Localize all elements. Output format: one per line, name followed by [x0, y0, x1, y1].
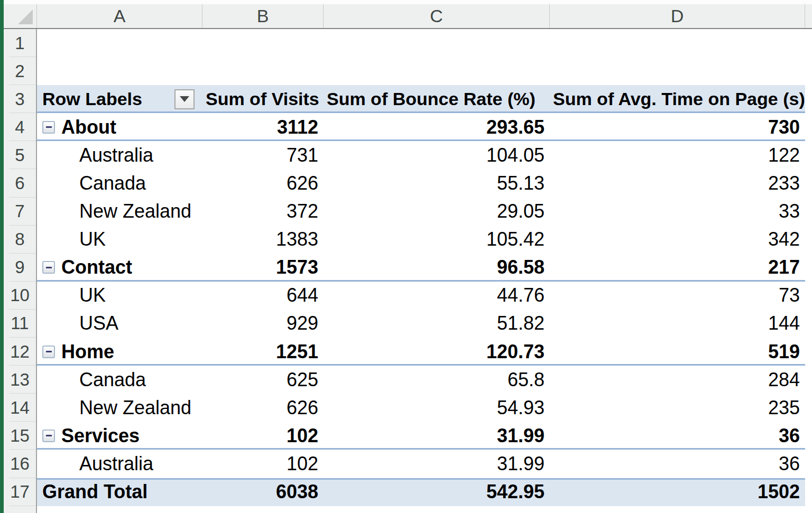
pivot-table-row: Canada 625 65.8 284 [37, 366, 805, 394]
column-header-B[interactable]: B [202, 4, 324, 28]
visits-value-cell[interactable]: 1383 [202, 226, 324, 254]
pivot-header-row: Row Labels Sum of Visits Sum of Bounce R… [37, 85, 805, 113]
row-label-cell[interactable]: Services [37, 422, 202, 450]
row-number[interactable]: 12 [4, 338, 36, 366]
window-edge-green-strip [0, 0, 4, 513]
avg-time-value-cell[interactable]: 36 [550, 422, 805, 450]
avg-time-value-cell[interactable]: 73 [550, 282, 805, 310]
row-number[interactable]: 5 [4, 141, 36, 169]
visits-value-cell[interactable]: 625 [202, 366, 324, 394]
bounce-rate-value-cell[interactable]: 542.95 [324, 478, 550, 506]
visits-value-cell[interactable]: 929 [202, 310, 324, 338]
bounce-rate-value-cell[interactable]: 104.05 [324, 141, 550, 169]
minus-collapse-icon [46, 267, 52, 268]
bounce-rate-value-cell[interactable]: 31.99 [324, 450, 550, 478]
visits-value-cell[interactable]: 731 [202, 141, 324, 169]
sheet-grid: Row Labels Sum of Visits Sum of Bounce R… [37, 29, 812, 513]
bounce-rate-value-cell[interactable]: 120.73 [324, 338, 550, 366]
select-all-corner[interactable] [4, 4, 37, 28]
collapse-expand-button[interactable] [42, 346, 55, 358]
avg-time-value-cell[interactable]: 730 [550, 113, 805, 141]
row-number[interactable]: 7 [4, 198, 36, 226]
visits-value-cell[interactable]: 626 [202, 169, 324, 197]
row-label-cell[interactable]: Canada [37, 169, 202, 197]
bounce-rate-value-cell[interactable]: 29.05 [324, 198, 550, 226]
bounce-rate-value-cell[interactable]: 55.13 [324, 169, 550, 197]
row-number[interactable]: 11 [4, 310, 36, 338]
pivot-table-row: New Zealand 372 29.05 33 [37, 198, 805, 226]
row-label-cell[interactable]: New Zealand [37, 198, 202, 226]
collapse-expand-button[interactable] [42, 261, 55, 274]
row-label-cell[interactable]: Australia [37, 450, 202, 478]
avg-time-value-cell[interactable]: 33 [550, 198, 805, 226]
bounce-rate-value-cell[interactable]: 96.58 [324, 254, 550, 282]
avg-time-value-cell[interactable]: 235 [550, 394, 805, 422]
row-label-cell[interactable]: Contact [37, 254, 202, 282]
bounce-rate-value-cell[interactable]: 51.82 [324, 310, 550, 338]
filter-dropdown-button[interactable] [174, 89, 195, 109]
bounce-rate-header-cell[interactable]: Sum of Bounce Rate (%) [324, 85, 550, 113]
bounce-rate-value-cell[interactable]: 44.76 [324, 282, 550, 310]
row-number[interactable]: 3 [4, 85, 36, 113]
bounce-rate-value-cell[interactable]: 65.8 [324, 366, 550, 394]
collapse-expand-button[interactable] [42, 430, 55, 442]
bounce-rate-value-cell[interactable]: 105.42 [324, 226, 550, 254]
avg-time-value-cell[interactable]: 122 [550, 141, 805, 169]
avg-time-value-cell[interactable]: 284 [550, 366, 805, 394]
bounce-rate-value-cell[interactable]: 54.93 [324, 394, 550, 422]
avg-time-value-cell[interactable]: 217 [550, 254, 805, 282]
row-label-cell[interactable]: UK [37, 226, 202, 254]
row-number[interactable]: 2 [4, 57, 36, 85]
avg-time-value-cell[interactable]: 36 [550, 450, 805, 478]
visits-value-cell[interactable]: 372 [202, 198, 324, 226]
row-label-text: Australia [79, 453, 153, 475]
row-number[interactable]: 10 [4, 282, 36, 310]
column-header-A[interactable]: A [37, 4, 202, 28]
bounce-rate-value-cell[interactable]: 31.99 [324, 422, 550, 450]
row-number[interactable]: 17 [4, 478, 36, 506]
visits-value-cell[interactable]: 626 [202, 394, 324, 422]
visits-value-cell[interactable]: 3112 [202, 113, 324, 141]
pivot-table-row: About 3112 293.65 730 [37, 113, 805, 141]
row-number[interactable]: 6 [4, 169, 36, 197]
avg-time-value-cell[interactable]: 233 [550, 169, 805, 197]
column-header-D[interactable]: D [550, 4, 805, 28]
row-number[interactable]: 1 [4, 29, 36, 57]
row-label-cell[interactable]: Canada [37, 366, 202, 394]
row-label-text: New Zealand [79, 397, 191, 419]
row-label-cell[interactable]: About [37, 113, 202, 141]
visits-value-cell[interactable]: 102 [202, 422, 324, 450]
row-number[interactable]: 8 [4, 226, 36, 254]
avg-time-value-cell[interactable]: 519 [550, 338, 805, 366]
row-label-cell[interactable]: UK [37, 282, 202, 310]
empty-rows-1-2[interactable] [37, 29, 812, 85]
row-label-cell[interactable]: Australia [37, 141, 202, 169]
row-number[interactable]: 9 [4, 254, 36, 282]
row-number[interactable]: 16 [4, 450, 36, 478]
column-header-C[interactable]: C [324, 4, 550, 28]
row-number[interactable]: 13 [4, 366, 36, 394]
row-number[interactable]: 15 [4, 422, 36, 450]
row-label-cell[interactable]: New Zealand [37, 394, 202, 422]
pivot-table-row: Canada 626 55.13 233 [37, 169, 805, 197]
row-number[interactable]: 4 [4, 113, 36, 141]
visits-value-cell[interactable]: 644 [202, 282, 324, 310]
visits-header-cell[interactable]: Sum of Visits [202, 85, 324, 113]
avg-time-value-cell[interactable]: 144 [550, 310, 805, 338]
collapse-expand-button[interactable] [42, 121, 55, 134]
row-label-cell[interactable]: USA [37, 310, 202, 338]
filter-dropdown-icon [180, 96, 189, 102]
bounce-rate-value-cell[interactable]: 293.65 [324, 113, 550, 141]
row-label-cell[interactable]: Grand Total [37, 478, 202, 506]
row-labels-header-cell[interactable]: Row Labels [37, 85, 202, 113]
row-number[interactable]: 14 [4, 394, 36, 422]
visits-value-cell[interactable]: 102 [202, 450, 324, 478]
avg-time-value-cell[interactable]: 342 [550, 226, 805, 254]
visits-value-cell[interactable]: 1251 [202, 338, 324, 366]
visits-value-cell[interactable]: 1573 [202, 254, 324, 282]
row-label-cell[interactable]: Home [37, 338, 202, 366]
visits-value-cell[interactable]: 6038 [202, 478, 324, 506]
avg-time-value-cell[interactable]: 1502 [550, 478, 805, 506]
avg-time-header-cell[interactable]: Sum of Avg. Time on Page (s) [550, 85, 805, 113]
row-label-text: New Zealand [79, 200, 191, 222]
